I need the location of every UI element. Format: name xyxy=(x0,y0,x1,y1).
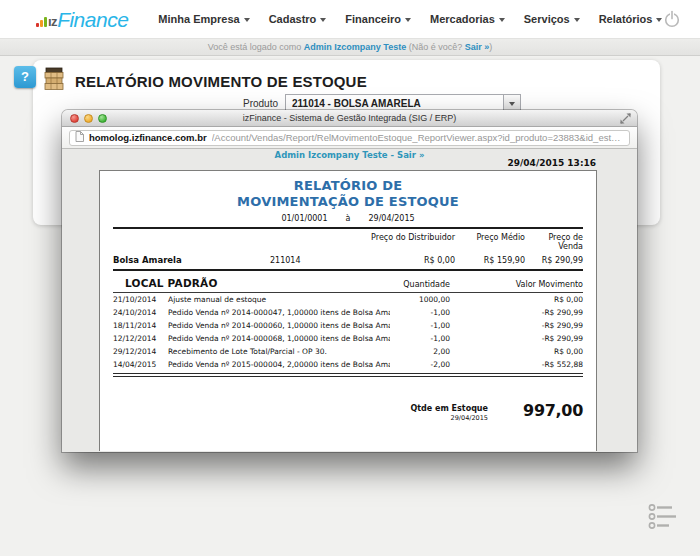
product-price-distribuidor: R$ 0,00 xyxy=(360,256,455,265)
product-row: Bolsa Amarela 211014 R$ 0,00 R$ 159,90 R… xyxy=(113,255,583,265)
report-datetime: 29/04/2015 13:16 xyxy=(508,158,596,168)
page-doc-icon xyxy=(75,131,84,144)
expand-window-icon[interactable] xyxy=(620,113,631,129)
value-column-header: Valor Movimento xyxy=(450,280,583,289)
list-widget-icon[interactable] xyxy=(648,503,678,534)
menu-mercadorias[interactable]: Mercadorias xyxy=(430,13,505,25)
report-title: RELATÓRIO DE MOVIMENTAÇÃO DE ESTOQUE xyxy=(113,178,583,210)
section-header-row: LOCAL PADRÃO Quantidade Valor Movimento xyxy=(113,277,583,289)
menu-minha-empresa[interactable]: Minha Empresa xyxy=(158,13,249,25)
report-viewer-area: Admin Izcompany Teste - Sair » 29/04/201… xyxy=(62,149,637,451)
menu-servicos[interactable]: Serviços xyxy=(524,13,580,25)
power-logout-icon[interactable] xyxy=(662,9,682,33)
browser-url-bar: homolog.izfinance.com.br/Account/Vendas/… xyxy=(62,127,637,149)
izfinance-logo[interactable]: ız Finance xyxy=(36,9,128,30)
stock-total-value: 997,00 xyxy=(488,401,583,422)
zoom-window-icon[interactable] xyxy=(98,114,107,123)
qty-column-header: Quantidade xyxy=(350,280,450,289)
divider xyxy=(113,269,583,271)
stock-total-date: 29/04/2015 xyxy=(410,414,488,422)
divider xyxy=(113,373,583,377)
close-window-icon[interactable] xyxy=(70,114,79,123)
window-titlebar[interactable]: izFinance - Sistema de Gestão Integrada … xyxy=(62,110,637,127)
stock-total-block: Qtde em Estoque 29/04/2015 997,00 xyxy=(113,401,583,422)
report-date-range: 01/01/0001à29/04/2015 xyxy=(113,214,583,223)
produto-label: Produto xyxy=(33,98,278,109)
stock-total-label: Qtde em Estoque xyxy=(410,404,488,413)
stock-boxes-icon xyxy=(43,67,66,95)
logo-text-finance: Finance xyxy=(57,9,128,30)
table-row: 14/04/2015Pedido Venda nº 2015-000004, 2… xyxy=(113,358,583,371)
table-row: 24/10/2014Pedido Venda nº 2014-000047, 1… xyxy=(113,306,583,319)
product-code: 211014 xyxy=(270,256,360,265)
product-price-medio: R$ 159,90 xyxy=(455,256,525,265)
menu-cadastro[interactable]: Cadastro xyxy=(269,13,327,25)
menu-relatorios[interactable]: Relatórios xyxy=(599,13,663,25)
caret-down-icon xyxy=(405,18,411,22)
logo-text-iz: ız xyxy=(48,14,57,29)
login-status-text: Você está logado como xyxy=(208,42,302,52)
top-navigation-bar: ız Finance Minha Empresa Cadastro Financ… xyxy=(0,0,700,39)
section-name: LOCAL PADRÃO xyxy=(113,277,350,289)
table-row: 18/11/2014Pedido Venda nº 2014-000060, 1… xyxy=(113,319,583,332)
page-title: RELATÓRIO MOVIMENTO DE ESTOQUE xyxy=(75,73,367,90)
produto-select-value: 211014 - BOLSA AMARELA xyxy=(286,98,503,109)
main-menu: Minha Empresa Cadastro Financeiro Mercad… xyxy=(158,13,662,25)
price-header-row: Preço do Distribuidor Preço Médio Preço … xyxy=(113,233,583,251)
help-button[interactable]: ? xyxy=(14,66,36,88)
url-input[interactable]: homolog.izfinance.com.br/Account/Vendas/… xyxy=(69,130,630,146)
login-status-bar: Você está logado como Admin Izcompany Te… xyxy=(0,39,700,56)
movement-rows: 21/10/2014Ajuste manual de estoque1000,0… xyxy=(113,293,583,371)
menu-financeiro[interactable]: Financeiro xyxy=(345,13,411,25)
minimize-window-icon[interactable] xyxy=(84,114,93,123)
logout-link[interactable]: Sair » xyxy=(465,42,490,52)
divider xyxy=(113,227,583,229)
logo-bars-icon xyxy=(36,17,47,27)
caret-down-icon xyxy=(574,18,580,22)
product-name: Bolsa Amarela xyxy=(113,255,270,265)
url-domain: homolog.izfinance.com.br xyxy=(89,132,207,143)
logged-user-link[interactable]: Admin Izcompany Teste xyxy=(304,42,406,52)
table-row: 21/10/2014Ajuste manual de estoque1000,0… xyxy=(113,293,583,306)
caret-down-icon xyxy=(320,18,326,22)
report-sheet: RELATÓRIO DE MOVIMENTAÇÃO DE ESTOQUE 01/… xyxy=(99,170,597,451)
url-path: /Account/Vendas/Report/RelMovimentoEstoq… xyxy=(212,132,624,143)
table-row: 29/12/2014Recebimento de Lote Total/Parc… xyxy=(113,345,583,358)
product-price-venda: R$ 290,99 xyxy=(525,256,583,265)
caret-down-icon xyxy=(499,18,505,22)
caret-down-icon xyxy=(244,18,250,22)
window-title: izFinance - Sistema de Gestão Integrada … xyxy=(243,113,457,123)
table-row: 12/12/2014Pedido Venda nº 2014-000068, 1… xyxy=(113,332,583,345)
report-viewer-window: izFinance - Sistema de Gestão Integrada … xyxy=(62,110,637,452)
window-controls xyxy=(70,114,107,123)
